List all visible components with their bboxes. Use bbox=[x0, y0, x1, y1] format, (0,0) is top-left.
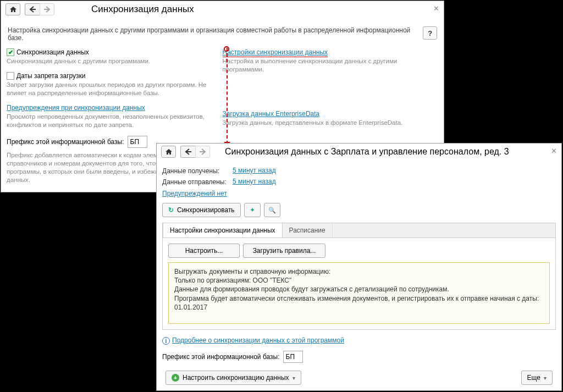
sync-button[interactable]: Синхронизировать bbox=[162, 203, 241, 217]
close-icon[interactable]: ✕ bbox=[433, 4, 439, 13]
more-button[interactable]: Еще bbox=[521, 371, 553, 385]
load-data-hint: Загрузка данных, представленных в формат… bbox=[223, 119, 431, 127]
load-rules-button[interactable]: Загрузить правила... bbox=[243, 244, 325, 258]
plus-icon bbox=[172, 374, 179, 382]
info-line-1: Выгружать документы и справочную информа… bbox=[174, 267, 544, 276]
close-icon[interactable]: ✕ bbox=[551, 147, 557, 155]
more-button-label: Еще bbox=[527, 374, 540, 382]
info-line-2: Только по организациям: ООО "ТЕКС" bbox=[174, 276, 544, 285]
sync-hint: Синхронизация данных с другими программа… bbox=[7, 57, 215, 65]
settings-link[interactable]: Настройки синхронизации данных bbox=[223, 48, 328, 56]
load-data-link[interactable]: Загрузка данных EnterpriseData bbox=[223, 110, 320, 118]
received-label: Данные получены: bbox=[162, 167, 233, 175]
front-prefix-label: Префикс этой информационной базы: bbox=[162, 353, 280, 361]
sync-detail-window: Синхронизация данных с Зарплата и управл… bbox=[156, 143, 562, 391]
warnings-hint: Просмотр непроведенных документов, незап… bbox=[7, 113, 215, 129]
magnifier-icon bbox=[268, 206, 276, 214]
back-button[interactable] bbox=[25, 3, 40, 15]
window-description: Настройка синхронизации данных с другими… bbox=[8, 26, 423, 42]
titlebar: Синхронизация данных ✕ bbox=[1, 1, 444, 21]
front-prefix-input[interactable] bbox=[283, 351, 303, 363]
refresh-icon bbox=[168, 206, 174, 214]
settings-hint: Настройка и выполнение синхронизации дан… bbox=[223, 57, 431, 74]
dates-checkbox[interactable] bbox=[7, 72, 14, 80]
sync-checkbox-label: Синхронизация данных bbox=[16, 48, 89, 56]
wand-icon bbox=[250, 206, 255, 214]
window-title: Синхронизация данных с Зарплата и управл… bbox=[211, 147, 509, 157]
info-box: Выгружать документы и справочную информа… bbox=[168, 262, 550, 324]
more-info-link[interactable]: Подробнее о синхронизации данных с этой … bbox=[172, 336, 344, 344]
sync-button-label: Синхронизировать bbox=[177, 206, 235, 214]
received-value[interactable]: 5 минут назад bbox=[233, 167, 276, 174]
help-button[interactable]: ? bbox=[423, 26, 437, 40]
no-warnings-link[interactable]: Предупреждений нет bbox=[162, 190, 227, 197]
dates-hint: Запрет загрузки данных прошлых периодов … bbox=[7, 81, 215, 97]
tabs: Настройки синхронизации данных Расписани… bbox=[162, 223, 556, 330]
window-title: Синхронизация данных bbox=[56, 4, 194, 15]
setup-sync-label: Настроить синхронизацию данных bbox=[183, 374, 289, 382]
back-button[interactable] bbox=[180, 146, 195, 158]
info-line-3: Данные для формирования проводок будут з… bbox=[174, 285, 544, 294]
prefix-label: Префикс этой информационной базы: bbox=[7, 138, 124, 146]
arrow-line-icon bbox=[227, 48, 228, 144]
search-button[interactable] bbox=[264, 203, 280, 217]
titlebar-front: Синхронизация данных с Зарплата и управл… bbox=[157, 143, 561, 163]
warnings-link[interactable]: Предупреждения при синхронизации данных bbox=[7, 104, 145, 112]
info-line-4: Программа будет автоматически отслеживат… bbox=[174, 294, 544, 312]
sent-label: Данные отправлены: bbox=[162, 178, 233, 186]
tab-settings[interactable]: Настройки синхронизации данных bbox=[163, 223, 283, 238]
forward-button[interactable] bbox=[40, 3, 54, 15]
configure-button[interactable]: Настроить... bbox=[168, 244, 240, 258]
forward-button[interactable] bbox=[195, 146, 210, 158]
home-button[interactable] bbox=[161, 146, 176, 158]
wizard-button[interactable] bbox=[244, 203, 261, 217]
sent-value[interactable]: 5 минут назад bbox=[233, 178, 276, 185]
home-button[interactable] bbox=[5, 3, 20, 15]
setup-sync-button[interactable]: Настроить синхронизацию данных bbox=[165, 371, 301, 385]
sync-checkbox[interactable]: ✔ bbox=[7, 48, 14, 56]
tab-schedule[interactable]: Расписание bbox=[283, 223, 333, 238]
dates-checkbox-label: Даты запрета загрузки bbox=[16, 72, 86, 80]
prefix-input[interactable] bbox=[128, 136, 147, 148]
info-icon: i bbox=[162, 337, 170, 345]
